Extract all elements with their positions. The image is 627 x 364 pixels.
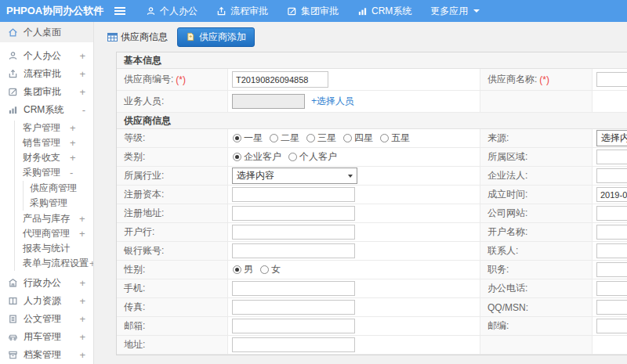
sidebar-item-form-workflow-settings[interactable]: 表单与流程设置+	[15, 256, 93, 271]
expand-icon[interactable]: +	[70, 137, 76, 149]
expand-icon[interactable]: +	[70, 122, 76, 134]
account-name-label: 开户名称:	[487, 225, 527, 239]
capital-input[interactable]	[232, 187, 355, 202]
qq-msn-label: QQ/MSN:	[487, 302, 528, 313]
field-label-cell: 供应商编号: (*)	[117, 69, 228, 90]
expand-icon[interactable]: +	[79, 313, 85, 325]
industry-select[interactable]: 选择内容	[232, 168, 357, 184]
tab-supplier-add[interactable]: 供应商添加	[177, 27, 255, 47]
field-label-cell: QQ/MSN:	[480, 298, 593, 316]
sidebar-item-purchasing[interactable]: 采购管理	[24, 196, 93, 211]
staff-input[interactable]	[232, 94, 305, 109]
account-no-input[interactable]	[232, 243, 355, 258]
sidebar-item-supplier-mgmt[interactable]: 供应商管理	[24, 181, 93, 196]
sidebar-item-personal-office[interactable]: 个人办公 +	[0, 47, 93, 65]
sidebar-item-products-inventory[interactable]: 产品与库存+	[15, 211, 93, 226]
sidebar-item-workflow-approval[interactable]: 流程审批 +	[0, 65, 93, 83]
app-logo: PHPOA协同办公软件	[0, 4, 100, 18]
expand-icon[interactable]: +	[79, 331, 85, 343]
form-row: 开户行: 开户名称:	[117, 223, 627, 242]
form-row: 地址:	[117, 336, 627, 355]
radio-individual-customer[interactable]	[288, 153, 297, 161]
account-name-input[interactable]	[596, 225, 627, 240]
field-label-cell: 邮编:	[480, 317, 593, 335]
expand-icon[interactable]: +	[79, 213, 85, 225]
radio-level-4star[interactable]	[343, 134, 352, 142]
sidebar-item-finance[interactable]: 财务收支+	[15, 150, 93, 165]
tab-bar: 供应商信息 供应商添加	[94, 22, 627, 52]
sidebar-item-customer-mgmt[interactable]: 客户管理+	[15, 121, 93, 135]
nav-more-apps[interactable]: 更多应用	[430, 5, 480, 18]
office-phone-input[interactable]	[596, 281, 627, 296]
zip-input[interactable]	[596, 319, 627, 333]
radio-female[interactable]	[260, 265, 269, 274]
sidebar-item-purchase-mgmt[interactable]: 采购管理-	[15, 165, 93, 180]
radio-level-1star[interactable]	[233, 134, 241, 142]
contact-input[interactable]	[596, 243, 627, 258]
expand-icon[interactable]: +	[70, 152, 76, 164]
radio-level-5star[interactable]	[380, 134, 389, 142]
sidebar-item-sales-mgmt[interactable]: 销售管理+	[15, 135, 93, 150]
mobile-input[interactable]	[232, 281, 355, 296]
expand-icon[interactable]: +	[79, 349, 85, 361]
address-input[interactable]	[232, 337, 355, 352]
supplier-code-label: 供应商编号:	[124, 73, 173, 86]
form-row: 注册资本: 成立时间:	[117, 186, 627, 204]
expand-icon[interactable]: +	[79, 50, 85, 62]
reg-address-input[interactable]	[232, 206, 355, 221]
expand-icon[interactable]: +	[79, 68, 85, 80]
expand-icon[interactable]: +	[79, 86, 85, 98]
sidebar-item-crm-system[interactable]: CRM系统 -	[0, 101, 93, 119]
radio-male[interactable]	[233, 265, 241, 274]
nav-crm-system[interactable]: CRM系统	[357, 5, 411, 18]
region-input[interactable]	[596, 150, 627, 164]
radio-enterprise-customer[interactable]	[233, 153, 241, 161]
user-icon	[146, 6, 156, 16]
archive-icon	[8, 350, 18, 360]
position-input[interactable]	[596, 262, 627, 277]
sidebar-item-personal-desktop[interactable]: 个人桌面	[0, 22, 93, 42]
collapse-icon[interactable]: -	[70, 167, 73, 178]
expand-icon[interactable]: +	[79, 277, 85, 289]
bank-input[interactable]	[232, 225, 355, 240]
form-row: 手机: 办公电话:	[117, 279, 627, 298]
edit-icon	[8, 87, 18, 97]
radio-level-3star[interactable]	[306, 134, 315, 142]
collapse-icon[interactable]: -	[82, 104, 85, 116]
qq-msn-input[interactable]	[596, 300, 627, 315]
source-select[interactable]: 选择内容	[596, 130, 627, 146]
email-input[interactable]	[232, 319, 355, 333]
field-label-cell: 公司网站:	[480, 204, 593, 222]
radio-level-2star[interactable]	[270, 134, 278, 142]
staff-label: 业务人员:	[124, 95, 164, 108]
sidebar-item-vehicle-mgmt[interactable]: 用车管理 +	[0, 328, 93, 346]
supplier-name-input[interactable]	[596, 72, 627, 87]
legal-person-input[interactable]	[596, 168, 627, 183]
form-row: 业务人员: +选择人员	[117, 91, 627, 113]
website-input[interactable]	[596, 206, 627, 221]
field-label-cell: 企业法人:	[480, 167, 593, 185]
tab-supplier-info[interactable]: 供应商信息	[104, 28, 171, 46]
supplier-code-input[interactable]	[232, 71, 328, 88]
field-label-cell: 业务人员:	[117, 91, 228, 112]
menu-icon[interactable]	[114, 10, 125, 12]
fax-input[interactable]	[232, 300, 355, 315]
established-input[interactable]	[596, 187, 627, 202]
expand-icon[interactable]: +	[79, 295, 85, 307]
field-label-cell: 所属行业:	[117, 167, 228, 185]
select-staff-link[interactable]: +选择人员	[311, 95, 354, 108]
sidebar-item-reports-stats[interactable]: 报表与统计	[15, 241, 93, 256]
category-radio-group: 企业客户 个人客户	[233, 150, 337, 164]
sidebar-item-archive-mgmt[interactable]: 档案管理 +	[0, 346, 93, 364]
sidebar-item-human-resources[interactable]: 人力资源 +	[0, 292, 93, 310]
sidebar-item-document-mgmt[interactable]: 公文管理 +	[0, 310, 93, 328]
zip-label: 邮编:	[487, 319, 509, 333]
nav-group-approval[interactable]: 集团审批	[287, 5, 339, 18]
sidebar-item-agent-mgmt[interactable]: 代理商管理+	[15, 226, 93, 241]
nav-personal-office[interactable]: 个人办公	[146, 5, 198, 18]
field-label-cell: 注册地址:	[117, 204, 228, 222]
nav-workflow-approval[interactable]: 流程审批	[216, 5, 268, 18]
sidebar-item-admin-office[interactable]: 行政办公 +	[0, 274, 93, 292]
expand-icon[interactable]: +	[79, 228, 85, 240]
sidebar-item-group-approval[interactable]: 集团审批 +	[0, 83, 93, 101]
